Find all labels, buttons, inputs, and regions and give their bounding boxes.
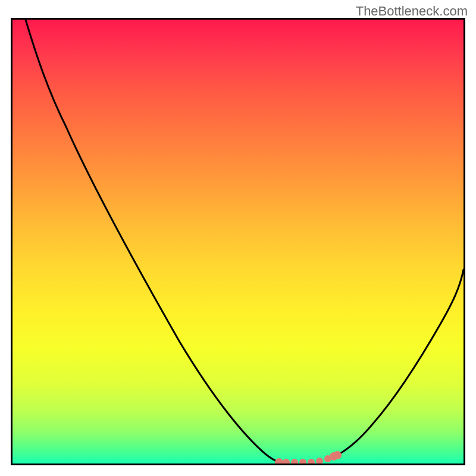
dot bbox=[308, 459, 315, 464]
dot bbox=[299, 459, 306, 464]
valley-dots bbox=[275, 451, 342, 464]
chart-container: TheBottleneck.com bbox=[0, 0, 476, 476]
watermark-text: TheBottleneck.com bbox=[356, 4, 468, 19]
plot-frame bbox=[11, 18, 465, 465]
left-curve bbox=[26, 20, 279, 462]
dot bbox=[291, 459, 298, 464]
dot bbox=[333, 451, 342, 459]
dot bbox=[316, 458, 323, 464]
right-curve bbox=[337, 270, 464, 455]
dot bbox=[283, 459, 290, 464]
dot bbox=[275, 458, 283, 464]
chart-svg bbox=[12, 20, 464, 464]
